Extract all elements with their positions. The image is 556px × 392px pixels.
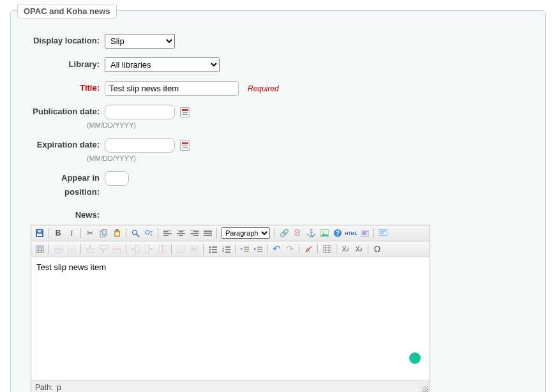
svg-rect-24 bbox=[70, 248, 73, 250]
cut-icon[interactable]: ✂ bbox=[84, 227, 96, 239]
path-label: Path: bbox=[35, 383, 53, 392]
publication-date-input[interactable] bbox=[105, 105, 175, 119]
merge-cells-icon[interactable] bbox=[188, 243, 200, 255]
save-icon[interactable] bbox=[34, 227, 45, 239]
subscript-icon[interactable]: X2 bbox=[340, 243, 351, 255]
ordered-list-icon[interactable]: 123 bbox=[220, 243, 232, 255]
row-props-icon[interactable] bbox=[52, 243, 64, 255]
svg-text:A: A bbox=[306, 246, 310, 253]
align-justify-icon[interactable] bbox=[202, 227, 213, 239]
table-icon[interactable] bbox=[34, 243, 45, 255]
anchor-icon[interactable]: ⚓ bbox=[305, 227, 317, 239]
format-select[interactable]: Paragraph bbox=[222, 227, 270, 239]
svg-rect-26 bbox=[100, 245, 108, 249]
svg-point-8 bbox=[132, 230, 137, 234]
svg-rect-6 bbox=[116, 229, 119, 231]
calendar-icon[interactable] bbox=[180, 140, 190, 151]
label-expiration-date: Expiration date: bbox=[25, 138, 105, 152]
label-display-location: Display location: bbox=[25, 34, 105, 48]
svg-rect-32 bbox=[162, 245, 163, 253]
svg-rect-1 bbox=[37, 234, 42, 236]
insert-table-icon[interactable] bbox=[321, 243, 333, 255]
delete-row-icon[interactable] bbox=[111, 243, 123, 255]
svg-rect-43 bbox=[323, 245, 331, 253]
rich-text-editor: B I ✂ Paragraph 🔗 ⛓ ⚓ bbox=[31, 225, 531, 392]
svg-rect-4 bbox=[102, 229, 107, 235]
title-input[interactable] bbox=[105, 81, 239, 96]
insert-col-after-icon[interactable] bbox=[143, 243, 154, 255]
editor-path-bar: Path: p bbox=[31, 381, 430, 392]
svg-point-38 bbox=[209, 251, 211, 252]
cell-props-icon[interactable] bbox=[66, 243, 77, 255]
svg-rect-35 bbox=[192, 248, 197, 251]
label-title: Title: bbox=[25, 81, 105, 95]
label-library: Library: bbox=[25, 57, 105, 72]
expiration-date-hint: (MM/DD/YYYY) bbox=[87, 155, 190, 162]
link-icon[interactable]: 🔗 bbox=[278, 227, 290, 239]
editor-toolbar-2: 123 ↶ ↷ A X2 X2 Ω bbox=[31, 241, 430, 257]
align-right-icon[interactable] bbox=[188, 227, 200, 239]
svg-line-9 bbox=[137, 234, 139, 237]
fieldset-legend: OPAC and Koha news bbox=[17, 4, 117, 19]
news-form-fieldset: OPAC and Koha news Display location: Sli… bbox=[10, 10, 546, 392]
special-char-icon[interactable]: Ω bbox=[372, 243, 383, 255]
bold-icon[interactable]: B bbox=[52, 227, 64, 239]
svg-rect-22 bbox=[54, 248, 63, 250]
library-select[interactable]: All libraries bbox=[105, 57, 220, 72]
path-value[interactable]: p bbox=[57, 383, 61, 392]
align-left-icon[interactable] bbox=[162, 227, 173, 239]
image-icon[interactable] bbox=[319, 227, 330, 239]
code-icon[interactable] bbox=[359, 227, 370, 239]
title-required-label: Required bbox=[248, 84, 279, 93]
grammarly-icon[interactable] bbox=[409, 352, 421, 364]
news-editor-body[interactable] bbox=[31, 257, 430, 381]
svg-rect-25 bbox=[86, 249, 94, 253]
appear-position-input[interactable] bbox=[105, 171, 129, 186]
unordered-list-icon[interactable] bbox=[207, 243, 218, 255]
undo-icon[interactable]: ↶ bbox=[271, 243, 282, 255]
redo-icon[interactable]: ↷ bbox=[284, 243, 296, 255]
svg-rect-30 bbox=[145, 245, 149, 253]
expiration-date-input[interactable] bbox=[105, 138, 175, 153]
insert-col-before-icon[interactable] bbox=[130, 243, 141, 255]
svg-rect-7 bbox=[116, 232, 119, 236]
svg-point-37 bbox=[209, 248, 211, 250]
svg-point-10 bbox=[146, 230, 149, 234]
calendar-icon[interactable] bbox=[180, 107, 190, 117]
split-cells-icon[interactable] bbox=[175, 243, 186, 255]
svg-rect-2 bbox=[38, 230, 41, 232]
help-icon[interactable]: ? bbox=[332, 227, 343, 239]
editor-toolbar-1: B I ✂ Paragraph 🔗 ⛓ ⚓ bbox=[31, 225, 430, 241]
preview-icon[interactable] bbox=[377, 227, 389, 239]
align-center-icon[interactable] bbox=[175, 227, 186, 239]
resize-handle-icon[interactable] bbox=[422, 386, 428, 392]
svg-rect-20 bbox=[36, 245, 44, 248]
html-icon[interactable]: HTML bbox=[345, 227, 357, 239]
remove-format-icon[interactable]: A bbox=[303, 243, 314, 255]
italic-icon[interactable]: I bbox=[66, 227, 77, 239]
svg-rect-33 bbox=[177, 246, 185, 253]
delete-col-icon[interactable] bbox=[156, 243, 168, 255]
unlink-icon[interactable]: ⛓ bbox=[292, 227, 303, 239]
label-appear-position: Appear in position: bbox=[25, 171, 105, 199]
svg-point-12 bbox=[322, 231, 324, 233]
svg-rect-28 bbox=[113, 248, 121, 250]
paste-icon[interactable] bbox=[111, 227, 123, 239]
svg-rect-17 bbox=[380, 230, 386, 232]
find-icon[interactable] bbox=[130, 227, 141, 239]
label-publication-date: Publication date: bbox=[25, 105, 105, 119]
insert-row-after-icon[interactable] bbox=[98, 243, 109, 255]
indent-icon[interactable] bbox=[252, 243, 264, 255]
superscript-icon[interactable]: X2 bbox=[353, 243, 364, 255]
copy-icon[interactable] bbox=[98, 227, 109, 239]
insert-row-before-icon[interactable] bbox=[84, 243, 96, 255]
replace-icon[interactable] bbox=[143, 227, 154, 239]
svg-text:3: 3 bbox=[222, 250, 224, 253]
label-news: News: bbox=[25, 208, 105, 222]
publication-date-hint: (MM/DD/YYYY) bbox=[87, 121, 190, 129]
display-location-select[interactable]: Slip bbox=[105, 34, 175, 49]
outdent-icon[interactable] bbox=[239, 243, 250, 255]
svg-rect-18 bbox=[380, 232, 384, 234]
svg-point-36 bbox=[209, 246, 211, 248]
svg-rect-29 bbox=[135, 245, 139, 253]
